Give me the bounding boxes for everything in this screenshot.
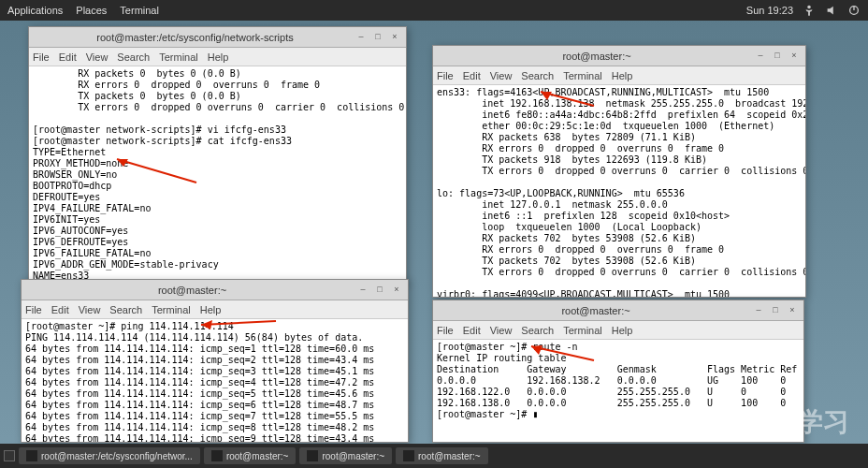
terminal-icon bbox=[211, 450, 223, 461]
terminal-window-ifconfig[interactable]: root@master:~ – □ × File Edit View Searc… bbox=[432, 45, 806, 298]
menu-terminal[interactable]: Terminal bbox=[563, 325, 602, 336]
menu-edit[interactable]: Edit bbox=[463, 325, 481, 336]
terminal-window-route[interactable]: root@master:~ – □ × File Edit View Searc… bbox=[432, 300, 804, 443]
titlebar[interactable]: root@master:~ – □ × bbox=[433, 46, 805, 66]
terminal-content[interactable]: [root@master ~]# ping 114.114.114.114 PI… bbox=[22, 319, 408, 442]
clock[interactable]: Sun 19:23 bbox=[746, 5, 793, 16]
menu-terminal[interactable]: Terminal bbox=[159, 51, 198, 63]
taskbar-item[interactable]: root@master:~ bbox=[396, 447, 488, 464]
svg-point-0 bbox=[807, 6, 811, 9]
titlebar[interactable]: root@master:~ – □ × bbox=[22, 280, 408, 300]
minimize-button[interactable]: – bbox=[355, 32, 367, 43]
maximize-button[interactable]: □ bbox=[770, 305, 781, 316]
menu-file[interactable]: File bbox=[25, 304, 42, 315]
terminal-menubar: File Edit View Search Terminal Help bbox=[433, 66, 805, 85]
terminal-content[interactable]: [root@master ~]# route -n Kernel IP rout… bbox=[433, 340, 803, 442]
menu-help[interactable]: Help bbox=[612, 70, 633, 81]
terminal-menubar: File Edit View Search Terminal Help bbox=[29, 48, 406, 66]
menu-view[interactable]: View bbox=[490, 325, 513, 336]
power-icon[interactable] bbox=[847, 4, 861, 17]
titlebar[interactable]: root@master:/etc/sysconfig/network-scrip… bbox=[29, 27, 406, 48]
menu-file[interactable]: File bbox=[437, 70, 454, 81]
accessibility-icon[interactable] bbox=[803, 4, 816, 17]
terminal-icon bbox=[307, 450, 318, 461]
window-title: root@master:~ bbox=[27, 285, 357, 296]
menu-view[interactable]: View bbox=[86, 51, 108, 63]
close-button[interactable]: × bbox=[389, 32, 400, 43]
menu-file[interactable]: File bbox=[437, 325, 454, 336]
menu-search[interactable]: Search bbox=[109, 304, 142, 315]
terminal-content[interactable]: ens33: flags=4163<UP,BROADCAST,RUNNING,M… bbox=[433, 85, 805, 297]
menu-edit[interactable]: Edit bbox=[463, 70, 481, 81]
volume-icon[interactable] bbox=[825, 4, 838, 17]
menu-help[interactable]: Help bbox=[200, 304, 222, 315]
close-button[interactable]: × bbox=[391, 285, 402, 296]
menu-help[interactable]: Help bbox=[612, 325, 633, 336]
terminal-menu[interactable]: Terminal bbox=[120, 5, 159, 16]
menu-search[interactable]: Search bbox=[521, 70, 554, 81]
taskbar-item[interactable]: root@master:/etc/sysconfig/networ... bbox=[19, 447, 200, 464]
terminal-window-ping[interactable]: root@master:~ – □ × File Edit View Searc… bbox=[21, 279, 409, 443]
menu-view[interactable]: View bbox=[490, 70, 513, 81]
maximize-button[interactable]: □ bbox=[374, 285, 385, 296]
menu-terminal[interactable]: Terminal bbox=[563, 70, 602, 81]
close-button[interactable]: × bbox=[788, 51, 800, 62]
maximize-button[interactable]: □ bbox=[772, 51, 783, 62]
menu-edit[interactable]: Edit bbox=[59, 51, 77, 63]
terminal-content[interactable]: RX packets 0 bytes 0 (0.0 B) RX errors 0… bbox=[29, 66, 406, 283]
menu-file[interactable]: File bbox=[33, 51, 50, 63]
gnome-topbar: Applications Places Terminal Sun 19:23 bbox=[0, 0, 868, 21]
terminal-icon bbox=[403, 450, 414, 461]
window-title: root@master:~ bbox=[439, 305, 753, 316]
window-title: root@master:/etc/sysconfig/network-scrip… bbox=[35, 32, 355, 43]
taskbar: root@master:/etc/sysconfig/networ... roo… bbox=[0, 444, 868, 468]
titlebar[interactable]: root@master:~ – □ × bbox=[433, 300, 803, 321]
menu-help[interactable]: Help bbox=[208, 51, 229, 63]
maximize-button[interactable]: □ bbox=[372, 32, 383, 43]
terminal-menubar: File Edit View Search Terminal Help bbox=[22, 300, 408, 319]
minimize-button[interactable]: – bbox=[357, 285, 369, 296]
taskbar-item[interactable]: root@master:~ bbox=[204, 447, 297, 464]
minimize-button[interactable]: – bbox=[755, 51, 766, 62]
menu-search[interactable]: Search bbox=[521, 325, 554, 336]
minimize-button[interactable]: – bbox=[753, 305, 764, 316]
terminal-icon bbox=[26, 450, 37, 461]
menu-edit[interactable]: Edit bbox=[51, 304, 69, 315]
places-menu[interactable]: Places bbox=[76, 5, 107, 16]
taskbar-item[interactable]: root@master:~ bbox=[299, 447, 392, 464]
menu-search[interactable]: Search bbox=[117, 51, 150, 63]
applications-menu[interactable]: Applications bbox=[7, 5, 63, 16]
terminal-window-network-scripts[interactable]: root@master:/etc/sysconfig/network-scrip… bbox=[28, 26, 407, 284]
menu-terminal[interactable]: Terminal bbox=[152, 304, 191, 315]
terminal-menubar: File Edit View Search Terminal Help bbox=[433, 321, 803, 340]
close-button[interactable]: × bbox=[787, 305, 798, 316]
show-desktop-icon[interactable] bbox=[4, 450, 15, 461]
menu-view[interactable]: View bbox=[79, 304, 101, 315]
window-title: root@master:~ bbox=[439, 51, 755, 62]
